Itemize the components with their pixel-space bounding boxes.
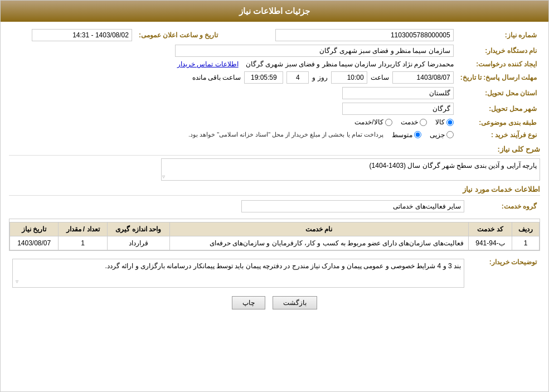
purchase-type-label: نوع فرآیند خرید :: [457, 129, 540, 141]
province-label: استان محل تحویل:: [457, 85, 540, 101]
col-header-row: ردیف: [512, 222, 540, 236]
city-value: گرگان: [342, 103, 454, 115]
col-header-quantity: تعداد / مقدار: [59, 222, 107, 236]
general-desc-title: شرح کلی نیاز:: [9, 145, 540, 156]
buyer-notes-box: بند 3 و 4 شرایط خصوصی و عمومی پیمان و مد…: [12, 259, 464, 288]
deadline-date: 1403/08/07: [392, 71, 454, 84]
col-header-name: نام خدمت: [169, 222, 468, 236]
purchase-type-motavasset[interactable]: متوسط: [392, 131, 421, 139]
announce-date-value: 1403/08/02 - 14:31: [32, 29, 132, 41]
general-desc-value: پارچه آرایی و آذین بندی سطح شهر گرگان سا…: [370, 162, 537, 170]
table-row: 1 ب-94-941 فعالیت‌های سازمان‌های دارای ع…: [10, 236, 540, 250]
page-header: جزئیات اطلاعات نیاز: [1, 1, 548, 22]
cell-date: 1403/08/07: [10, 236, 59, 250]
back-button[interactable]: بازگشت: [273, 296, 317, 309]
province-value: گلستان: [342, 87, 454, 99]
page-title: جزئیات اطلاعات نیاز: [239, 6, 310, 16]
service-group-table: گروه خدمت: سایر فعالیت‌های خدماتی: [9, 199, 540, 214]
need-number-row: شماره نیاز: 1103005788000005 تاریخ و ساع…: [9, 27, 540, 43]
purchase-type-note: پرداخت تمام یا بخشی از مبلغ خریدار از مح…: [188, 131, 383, 138]
service-group-label: گروه خدمت:: [468, 199, 540, 214]
category-option-kala[interactable]: کالا: [435, 118, 454, 126]
services-table-body: 1 ب-94-941 فعالیت‌های سازمان‌های دارای ع…: [10, 236, 540, 250]
col-header-unit: واحد اندازه گیری: [107, 222, 169, 236]
services-table-head: ردیف کد خدمت نام خدمت واحد اندازه گیری ت…: [10, 222, 540, 236]
need-number-value: 1103005788000005: [275, 29, 454, 41]
category-option-khedmat[interactable]: خدمت: [401, 118, 427, 126]
purchase-type-label-jozi: جزیی: [430, 131, 445, 139]
buyer-notes-value: بند 3 و 4 شرایط خصوصی و عمومی پیمان و مد…: [105, 262, 461, 270]
purchase-type-radio-jozi[interactable]: [446, 131, 454, 138]
deadline-remaining: 19:05:59: [244, 71, 283, 84]
category-radio-kala-khedmat[interactable]: [385, 119, 392, 126]
col-header-code: کد خدمت: [468, 222, 512, 236]
cell-code: ب-94-941: [468, 236, 512, 250]
purchase-type-jozi[interactable]: جزیی: [430, 131, 454, 139]
category-label-khedmat: خدمت: [401, 118, 418, 126]
buyer-org-row: نام دستگاه خریدار: سازمان سیما منظر و فض…: [9, 43, 540, 59]
purchase-type-radio-group: جزیی متوسط: [392, 131, 454, 139]
province-row: استان محل تحویل: گلستان: [9, 85, 540, 101]
info-table: شماره نیاز: 1103005788000005 تاریخ و ساع…: [9, 27, 540, 141]
services-table: ردیف کد خدمت نام خدمت واحد اندازه گیری ت…: [9, 222, 540, 250]
deadline-label: مهلت ارسال پاسخ: تا تاریخ:: [457, 70, 540, 85]
buyer-org-value: سازمان سیما منظر و فضای سبز شهری گرگان: [175, 45, 454, 57]
creator-label: ایجاد کننده درخواست:: [457, 59, 540, 70]
category-label-kala: کالا: [435, 118, 445, 126]
category-radio-kala[interactable]: [446, 119, 454, 126]
city-label: شهر محل تحویل:: [457, 101, 540, 117]
purchase-type-radio-motavasset[interactable]: [414, 131, 421, 138]
category-radio-khedmat[interactable]: [420, 119, 427, 126]
services-table-header-row: ردیف کد خدمت نام خدمت واحد اندازه گیری ت…: [10, 222, 540, 236]
city-row: شهر محل تحویل: گرگان: [9, 101, 540, 117]
deadline-time: 10:00: [331, 71, 367, 84]
category-option-kala-khedmat[interactable]: کالا/خدمت: [354, 118, 392, 126]
service-group-row: گروه خدمت: سایر فعالیت‌های خدماتی: [9, 199, 540, 214]
page-wrapper: جزئیات اطلاعات نیاز شماره نیاز: 11030057…: [0, 0, 549, 392]
main-content: شماره نیاز: 1103005788000005 تاریخ و ساع…: [1, 22, 548, 322]
general-desc-box: پارچه آرایی و آذین بندی سطح شهر گرگان سا…: [161, 158, 540, 181]
deadline-remaining-label: ساعت باقی مانده: [192, 74, 241, 81]
creator-value: محمدرضا کرم نژاد کاربردار سازمان سیما من…: [246, 60, 454, 68]
service-group-value: سایر فعالیت‌های خدماتی: [241, 200, 464, 212]
need-number-label: شماره نیاز:: [457, 27, 540, 43]
cell-name: فعالیت‌های سازمان‌های دارای عضو مربوط به…: [169, 236, 468, 250]
notes-table: توضیحات خریدار: بند 3 و 4 شرایط خصوصی و …: [9, 255, 540, 289]
creator-row: ایجاد کننده درخواست: محمدرضا کرم نژاد کا…: [9, 59, 540, 70]
buyer-org-label: نام دستگاه خریدار:: [457, 43, 540, 59]
cell-row: 1: [512, 236, 540, 250]
category-label-kala-khedmat: کالا/خدمت: [354, 118, 383, 126]
cell-unit: قرارداد: [107, 236, 169, 250]
category-row: طبقه بندی موضوعی: کالا خدمت: [9, 117, 540, 129]
print-button[interactable]: چاپ: [232, 296, 265, 309]
deadline-row: مهلت ارسال پاسخ: تا تاریخ: 1403/08/07 سا…: [9, 70, 540, 85]
announce-date-label: تاریخ و ساعت اعلان عمومی:: [135, 27, 221, 43]
general-desc-section: شرح کلی نیاز: پارچه آرایی و آذین بندی سط…: [9, 145, 540, 181]
category-label: طبقه بندی موضوعی:: [457, 117, 540, 129]
buyer-notes-label: توضیحات خریدار:: [468, 255, 540, 289]
deadline-day: 4: [286, 71, 309, 84]
category-radio-group: کالا خدمت کالا/خدمت: [354, 118, 453, 126]
button-area: بازگشت چاپ: [9, 296, 540, 309]
deadline-day-label: روز و: [312, 74, 327, 81]
col-header-date: تاریخ نیاز: [10, 222, 59, 236]
purchase-type-label-motavasset: متوسط: [392, 131, 412, 139]
purchase-type-row: نوع فرآیند خرید : جزیی متوسط: [9, 129, 540, 141]
cell-quantity: 1: [59, 236, 107, 250]
services-table-wrapper: ردیف کد خدمت نام خدمت واحد اندازه گیری ت…: [9, 219, 540, 251]
deadline-time-label: ساعت: [371, 74, 389, 81]
buyer-notes-row: توضیحات خریدار: بند 3 و 4 شرایط خصوصی و …: [9, 255, 540, 289]
services-section-title: اطلاعات خدمات مورد نیاز: [9, 185, 540, 196]
contact-link[interactable]: اطلاعات تماس خریدار: [177, 60, 239, 68]
